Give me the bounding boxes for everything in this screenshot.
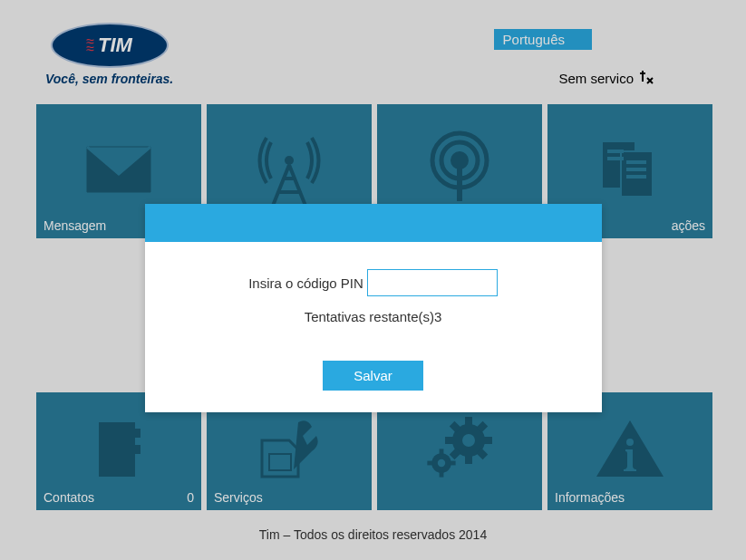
pin-input[interactable] (367, 269, 498, 296)
modal-header (145, 204, 602, 242)
pin-modal: Insira o código PIN Tentativas restante(… (145, 204, 602, 412)
attempts-count: 3 (434, 309, 441, 324)
pin-label: Insira o código PIN (248, 275, 363, 291)
attempts-label: Tentativas restante(s) (305, 309, 434, 324)
save-button[interactable]: Salvar (323, 361, 423, 391)
modal-body: Insira o código PIN Tentativas restante(… (145, 242, 602, 412)
